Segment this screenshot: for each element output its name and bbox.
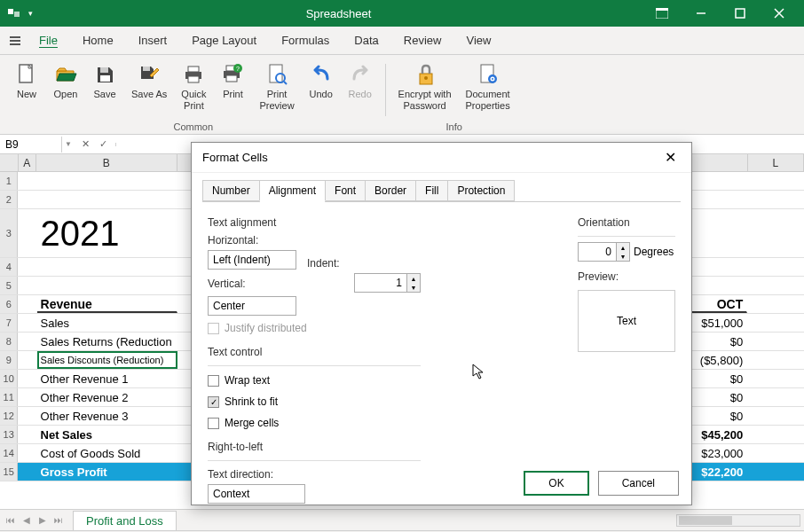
- cell[interactable]: [18, 332, 36, 350]
- name-box[interactable]: B9: [0, 137, 62, 153]
- cell[interactable]: [37, 172, 177, 190]
- save-as-button[interactable]: Save As: [126, 59, 172, 115]
- cell[interactable]: [18, 351, 36, 369]
- formula-accept-icon[interactable]: ✓: [96, 137, 112, 153]
- tab-next-icon[interactable]: ▶: [35, 513, 50, 528]
- tab-fill[interactable]: Fill: [415, 180, 448, 201]
- text-direction-select[interactable]: [208, 484, 305, 504]
- maximize-button[interactable]: [722, 1, 758, 26]
- print-button[interactable]: ?Print: [215, 59, 250, 115]
- row-header[interactable]: 2: [0, 191, 18, 208]
- tab-first-icon[interactable]: ⏮: [4, 513, 18, 528]
- menu-dropdown-icon[interactable]: [7, 33, 23, 49]
- cell[interactable]: [18, 277, 36, 294]
- minimize-button[interactable]: [683, 1, 719, 26]
- cell[interactable]: Cost of Goods Sold: [37, 444, 177, 462]
- cell[interactable]: [747, 388, 804, 406]
- cell[interactable]: Revenue: [37, 295, 177, 313]
- sheet-tab-active[interactable]: Profit and Loss: [73, 511, 177, 530]
- doc-properties-button[interactable]: Document Properties: [461, 59, 516, 115]
- row-header[interactable]: 12: [0, 407, 18, 425]
- cell[interactable]: [18, 444, 36, 462]
- cancel-button[interactable]: Cancel: [598, 471, 679, 496]
- tab-font[interactable]: Font: [325, 180, 366, 201]
- cell[interactable]: [747, 463, 804, 481]
- cell[interactable]: [690, 191, 747, 208]
- tab-last-icon[interactable]: ⏭: [51, 513, 66, 528]
- horizontal-select[interactable]: [208, 250, 296, 270]
- cell[interactable]: Sales Discounts (Reduction): [37, 351, 177, 369]
- row-header[interactable]: 1: [0, 172, 18, 190]
- cell[interactable]: [747, 351, 804, 369]
- justify-distributed-checkbox[interactable]: [208, 323, 219, 334]
- cell[interactable]: [747, 295, 804, 313]
- cell[interactable]: [18, 388, 36, 406]
- open-button[interactable]: Open: [48, 59, 83, 115]
- cell[interactable]: $22,200: [690, 463, 747, 481]
- cell[interactable]: [747, 258, 804, 276]
- cell[interactable]: [18, 463, 36, 481]
- wrap-text-checkbox[interactable]: [208, 375, 219, 387]
- indent-up-icon[interactable]: ▲: [407, 274, 420, 283]
- orientation-input[interactable]: [578, 242, 617, 262]
- cell[interactable]: [747, 370, 804, 387]
- row-header[interactable]: 3: [0, 209, 18, 257]
- cell[interactable]: ($5,800): [690, 351, 747, 369]
- col-header-B[interactable]: B: [36, 154, 177, 171]
- row-header[interactable]: 7: [0, 314, 18, 332]
- new-button[interactable]: New: [9, 59, 44, 115]
- cell[interactable]: Other Revenue 1: [37, 370, 177, 387]
- orientation-down-icon[interactable]: ▼: [617, 252, 629, 261]
- row-header[interactable]: 13: [0, 426, 18, 443]
- cell[interactable]: Net Sales: [37, 426, 177, 443]
- row-header[interactable]: 6: [0, 295, 18, 313]
- cell[interactable]: $51,000: [690, 314, 747, 332]
- menu-data[interactable]: Data: [342, 28, 390, 52]
- cell[interactable]: [747, 444, 804, 462]
- cell[interactable]: 2021: [37, 209, 177, 257]
- cell[interactable]: [747, 407, 804, 425]
- cell[interactable]: Other Revenue 2: [37, 388, 177, 406]
- row-header[interactable]: 9: [0, 351, 18, 369]
- cell[interactable]: [37, 277, 177, 294]
- cell[interactable]: [18, 258, 36, 276]
- cell[interactable]: [18, 191, 36, 208]
- cell[interactable]: [18, 295, 36, 313]
- row-header[interactable]: 4: [0, 258, 18, 276]
- cell[interactable]: [747, 209, 804, 257]
- cell[interactable]: [18, 426, 36, 443]
- indent-input[interactable]: [354, 273, 407, 293]
- cell[interactable]: Other Revenue 3: [37, 407, 177, 425]
- encrypt-button[interactable]: Encrypt with Password: [393, 59, 457, 115]
- tab-border[interactable]: Border: [365, 180, 416, 201]
- cell[interactable]: $0: [690, 388, 747, 406]
- dialog-close-button[interactable]: ✕: [659, 147, 681, 168]
- redo-button[interactable]: Redo: [343, 59, 378, 115]
- save-button[interactable]: Save: [87, 59, 122, 115]
- menu-review[interactable]: Review: [391, 28, 454, 52]
- menu-home[interactable]: Home: [70, 28, 126, 52]
- ok-button[interactable]: OK: [524, 471, 588, 496]
- col-header-A[interactable]: A: [19, 154, 37, 171]
- row-header[interactable]: 5: [0, 277, 18, 294]
- close-button[interactable]: [761, 1, 797, 26]
- cell[interactable]: Sales Returns (Reduction: [37, 332, 177, 350]
- cell[interactable]: OCT: [690, 295, 747, 313]
- menu-file[interactable]: File: [27, 28, 70, 52]
- cell[interactable]: [747, 191, 804, 208]
- row-header[interactable]: 14: [0, 444, 18, 462]
- vertical-select[interactable]: [208, 296, 296, 316]
- cell[interactable]: [747, 332, 804, 350]
- cell[interactable]: Sales: [37, 314, 177, 332]
- select-all-corner[interactable]: [0, 154, 19, 171]
- col-header-L[interactable]: L: [748, 154, 804, 171]
- formula-cancel-icon[interactable]: ✕: [78, 137, 94, 153]
- row-header[interactable]: 11: [0, 388, 18, 406]
- tab-protection[interactable]: Protection: [447, 180, 515, 201]
- row-header[interactable]: 10: [0, 370, 18, 387]
- cell[interactable]: [690, 209, 747, 257]
- row-header[interactable]: 15: [0, 463, 18, 481]
- shrink-to-fit-checkbox[interactable]: ✓: [208, 396, 219, 408]
- menu-insert[interactable]: Insert: [126, 28, 180, 52]
- tab-alignment[interactable]: Alignment: [259, 180, 326, 201]
